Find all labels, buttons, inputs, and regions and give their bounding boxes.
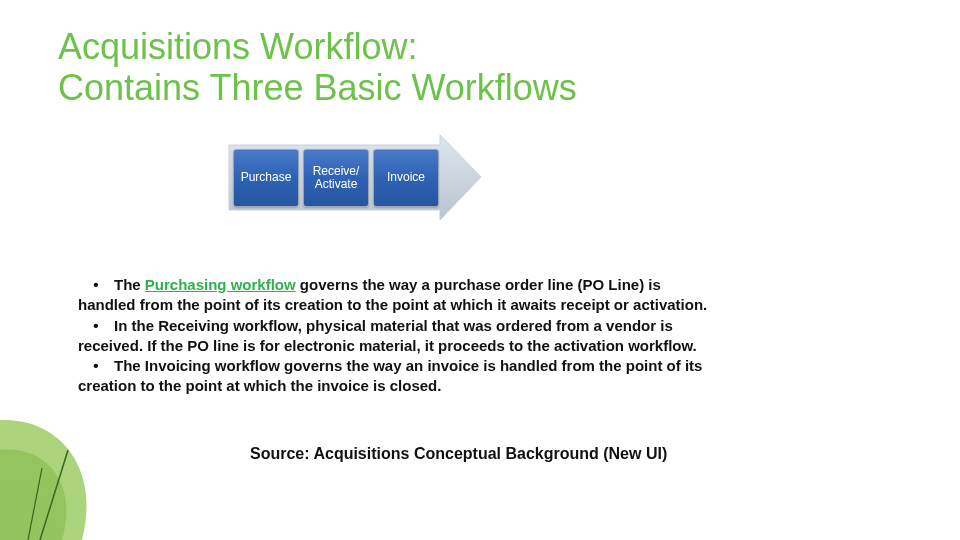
bullet-1-highlight: Purchasing workflow [145, 276, 296, 293]
slide-title: Acquisitions Workflow: Contains Three Ba… [58, 26, 577, 109]
stage-purchase: Purchase [233, 149, 299, 207]
bullet-dot-icon: • [78, 316, 114, 336]
stage-label: Invoice [387, 171, 425, 184]
bullet-dot-icon: • [78, 356, 114, 376]
bullet-3: •The Invoicing workflow governs the way … [78, 356, 708, 397]
title-line-1: Acquisitions Workflow: [58, 26, 417, 67]
stage-boxes: Purchase Receive/ Activate Invoice [233, 149, 439, 207]
source-line: Source: Acquisitions Conceptual Backgrou… [250, 445, 667, 463]
leaf-decoration-icon [0, 390, 110, 540]
stage-invoice: Invoice [373, 149, 439, 207]
workflow-diagram: Purchase Receive/ Activate Invoice [225, 135, 485, 220]
body-text: •The Purchasing workflow governs the way… [78, 275, 708, 397]
bullet-3-text: The Invoicing workflow governs the way a… [78, 357, 702, 394]
stage-label: Purchase [241, 171, 292, 184]
bullet-dot-icon: • [78, 275, 114, 295]
title-line-2: Contains Three Basic Workflows [58, 67, 577, 108]
stage-label: Receive/ Activate [313, 165, 360, 191]
bullet-2-text: In the Receiving workflow, physical mate… [78, 317, 697, 354]
bullet-1: •The Purchasing workflow governs the way… [78, 275, 708, 316]
bullet-1-pre: The [114, 276, 145, 293]
stage-receive-activate: Receive/ Activate [303, 149, 369, 207]
bullet-2: •In the Receiving workflow, physical mat… [78, 316, 708, 357]
